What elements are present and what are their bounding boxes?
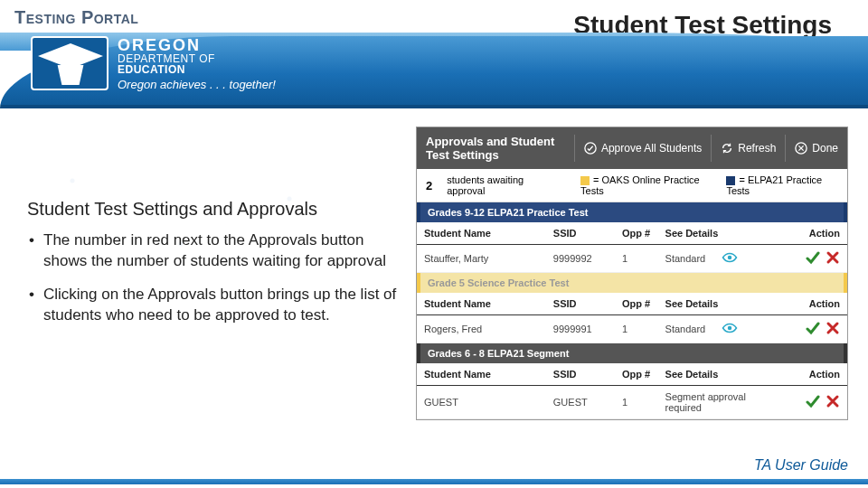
- column-header: SSID: [546, 222, 615, 245]
- approvals-screenshot: Approvals and Student Test Settings Appr…: [416, 127, 848, 420]
- column-header: SSID: [546, 363, 615, 386]
- column-header: Student Name: [417, 363, 546, 386]
- student-table: Student NameSSIDOpp #See DetailsActionGU…: [417, 363, 847, 419]
- logo-line2a: DEPARTMENT OF: [118, 53, 276, 64]
- legend-yellow-label: = OAKS Online Practice Tests: [580, 174, 700, 196]
- footer-link[interactable]: TA User Guide: [754, 457, 848, 474]
- portal-label: Testing Portal: [14, 7, 138, 28]
- awaiting-label: students awaiting approval: [447, 174, 555, 196]
- column-header: SSID: [546, 293, 615, 315]
- column-header: See Details: [658, 222, 770, 245]
- bullet-item: Clicking on the Approvals button brings …: [27, 285, 407, 326]
- check-circle-icon: [584, 142, 597, 155]
- eye-icon[interactable]: [722, 251, 738, 266]
- footer-bar: [0, 479, 868, 484]
- student-table: Student NameSSIDOpp #See DetailsActionSt…: [417, 222, 847, 273]
- graduation-cap-icon: [31, 36, 108, 90]
- cell-opp: 1: [615, 245, 658, 273]
- logo-line1: OREGON: [118, 37, 276, 53]
- cell-details: Standard: [658, 245, 770, 273]
- cell-opp: 1: [615, 315, 658, 343]
- approve-all-button[interactable]: Approve All Students: [574, 135, 711, 162]
- cell-action: [769, 245, 847, 273]
- ode-logo: OREGON DEPARTMENT OF EDUCATION Oregon ac…: [31, 36, 276, 90]
- cell-opp: 1: [615, 386, 658, 419]
- approve-icon[interactable]: [806, 250, 820, 267]
- cell-student-name: Rogers, Fred: [417, 315, 546, 343]
- svg-point-3: [728, 326, 732, 331]
- section-bar: Grades 6 - 8 ELPA21 Segment: [417, 343, 847, 363]
- column-header: Action: [769, 222, 847, 245]
- cell-details: Segment approval required: [658, 386, 770, 419]
- done-label: Done: [812, 142, 838, 155]
- table-row: Rogers, Fred99999911Standard: [417, 315, 847, 343]
- column-header: See Details: [658, 363, 770, 386]
- approve-icon[interactable]: [806, 321, 820, 337]
- approve-icon[interactable]: [806, 394, 820, 410]
- approve-all-label: Approve All Students: [601, 142, 702, 155]
- table-row: GUESTGUEST1Segment approval required: [417, 386, 847, 419]
- cell-student-name: GUEST: [417, 386, 546, 419]
- eye-icon[interactable]: [722, 322, 738, 336]
- logo-tagline: Oregon achieves . . . together!: [118, 79, 276, 90]
- cell-details: Standard: [658, 315, 770, 343]
- column-header: Student Name: [417, 293, 546, 315]
- legend-swatch-yellow: [580, 176, 590, 185]
- table-row: Stauffer, Marty99999921Standard: [417, 245, 847, 273]
- screenshot-legend: 2 students awaiting approval = OAKS Onli…: [417, 169, 847, 202]
- cell-ssid: GUEST: [546, 386, 615, 419]
- section-heading: Student Test Settings and Approvals: [27, 199, 407, 220]
- cell-ssid: 9999991: [546, 315, 615, 343]
- column-header: Opp #: [615, 222, 658, 245]
- done-button[interactable]: Done: [785, 135, 847, 162]
- svg-point-2: [728, 256, 732, 260]
- reject-icon[interactable]: [826, 394, 840, 410]
- cell-action: [769, 315, 847, 343]
- column-header: Student Name: [417, 222, 546, 245]
- legend-navy-label: = ELPA21 Practice Tests: [726, 174, 822, 196]
- refresh-label: Refresh: [738, 142, 776, 155]
- bullet-item: The number in red next to the Approvals …: [27, 230, 407, 272]
- reject-icon[interactable]: [826, 321, 840, 337]
- section-bar: Grades 9-12 ELPA21 Practice Test: [417, 202, 847, 222]
- column-header: See Details: [658, 293, 770, 315]
- cell-ssid: 9999992: [546, 245, 615, 273]
- column-header: Action: [769, 363, 847, 386]
- close-circle-icon: [795, 142, 807, 155]
- logo-line2b: EDUCATION: [118, 64, 276, 75]
- reject-icon[interactable]: [826, 250, 840, 267]
- column-header: Action: [769, 293, 847, 315]
- legend-swatch-navy: [726, 176, 735, 185]
- screenshot-title: Approvals and Student Test Settings: [417, 127, 574, 169]
- awaiting-count: 2: [426, 179, 432, 192]
- content-left: Student Test Settings and Approvals The …: [27, 199, 407, 339]
- section-bar: Grade 5 Science Practice Test: [417, 273, 847, 293]
- refresh-button[interactable]: Refresh: [711, 135, 785, 162]
- cell-student-name: Stauffer, Marty: [417, 245, 546, 273]
- student-table: Student NameSSIDOpp #See DetailsActionRo…: [417, 293, 847, 343]
- cell-action: [769, 386, 847, 419]
- column-header: Opp #: [615, 293, 658, 315]
- refresh-icon: [721, 142, 733, 155]
- column-header: Opp #: [615, 363, 658, 386]
- screenshot-header: Approvals and Student Test Settings Appr…: [417, 127, 847, 169]
